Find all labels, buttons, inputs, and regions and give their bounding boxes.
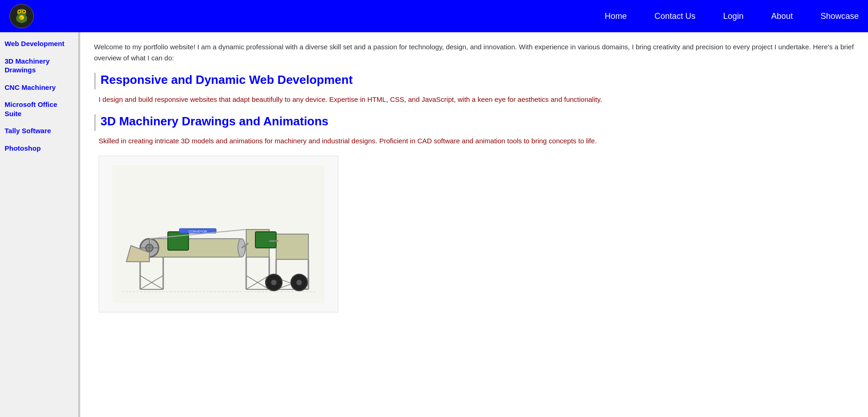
sidebar-item-3d-machinery-drawings[interactable]: 3D Machinery Drawings [5, 57, 73, 75]
content-area: Welcome to my portfolio website! I am a … [78, 32, 868, 417]
sidebar-item-photoshop[interactable]: Photoshop [5, 144, 73, 153]
section-heading-3d-machinery: 3D Machinery Drawings and Animations [94, 114, 854, 131]
logo-area: $ [9, 4, 35, 29]
nav-about[interactable]: About [771, 12, 793, 21]
svg-point-5 [18, 11, 20, 12]
svg-rect-31 [255, 232, 276, 248]
logo-icon: $ [9, 4, 35, 29]
svg-point-6 [23, 11, 25, 12]
nav-login[interactable]: Login [723, 12, 744, 21]
sidebar-item-web-development[interactable]: Web Development [5, 39, 73, 48]
sidebar-item-tally-software[interactable]: Tally Software [5, 126, 73, 135]
svg-rect-30 [168, 232, 189, 250]
svg-text:CONVEYOR: CONVEYOR [189, 230, 207, 233]
svg-rect-15 [149, 239, 242, 257]
sidebar-item-microsoft-office-suite[interactable]: Microsoft Office Suite [5, 100, 73, 118]
main-layout: Web Development 3D Machinery Drawings CN… [0, 32, 868, 417]
svg-rect-24 [276, 234, 308, 259]
nav-contact-us[interactable]: Contact Us [655, 12, 696, 21]
sidebar-item-cnc-machinery[interactable]: CNC Machinery [5, 83, 73, 92]
svg-point-41 [296, 280, 302, 285]
section-heading-web-dev: Responsive and Dynamic Web Development [94, 73, 854, 89]
section-desc-web-dev: I design and build responsive websites t… [94, 94, 854, 105]
header: $ Home Contact Us Login About Showcase [0, 0, 868, 32]
svg-point-39 [271, 280, 277, 285]
nav-showcase[interactable]: Showcase [821, 12, 859, 21]
main-nav: Home Contact Us Login About Showcase [605, 12, 859, 21]
machinery-image-container: CONVEYOR [99, 156, 338, 312]
nav-home[interactable]: Home [605, 12, 627, 21]
sidebar: Web Development 3D Machinery Drawings CN… [0, 32, 78, 417]
section-desc-3d-machinery: Skilled in creating intricate 3D models … [94, 135, 854, 147]
machinery-drawing: CONVEYOR [112, 165, 325, 303]
intro-paragraph: Welcome to my portfolio website! I am a … [94, 41, 854, 64]
